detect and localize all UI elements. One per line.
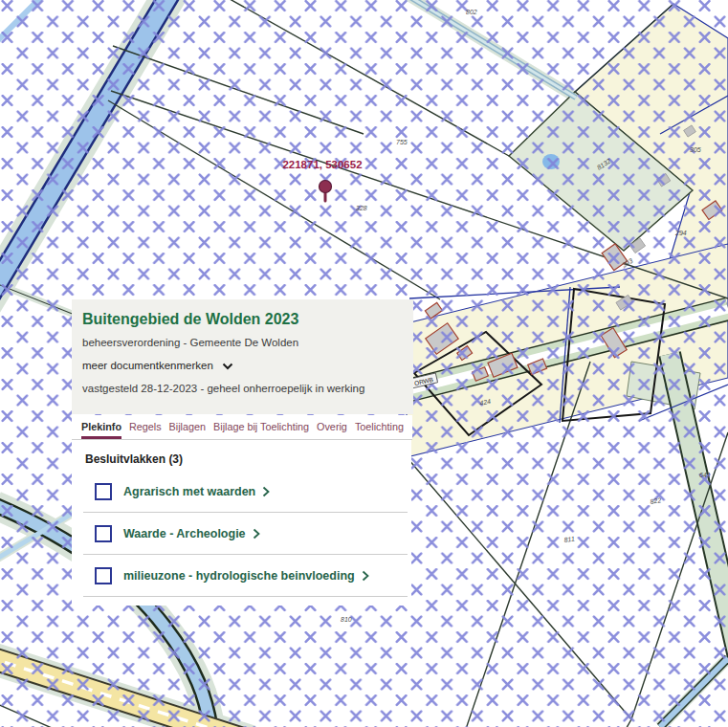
- list-item-agrarisch-met-waarden[interactable]: Agrarisch met waarden: [72, 471, 411, 512]
- map-viewer: 802 755 328 8132 305 294 393 424 641 822…: [0, 0, 728, 727]
- list-item-waarde-archeologie[interactable]: Waarde - Archeologie: [72, 513, 411, 554]
- list-item-label[interactable]: milieuzone - hydrologische beinvloeding: [123, 569, 355, 583]
- document-info-panel: Buitengebied de Wolden 2023 beheersveror…: [72, 299, 413, 414]
- chevron-down-icon: [222, 363, 233, 370]
- tab-bijlagen[interactable]: Bijlagen: [169, 415, 206, 439]
- parcel-label: 810: [341, 616, 352, 623]
- more-document-properties-toggle[interactable]: meer documentkenmerken: [82, 360, 233, 371]
- tab-bijlage-bij-toelichting[interactable]: Bijlage bij Toelichting: [213, 415, 309, 439]
- parcel-label: 328: [356, 205, 367, 211]
- more-document-properties-label: meer documentkenmerken: [82, 360, 213, 371]
- tab-toelichting[interactable]: Toelichting: [355, 415, 404, 439]
- parcel-label: 305: [690, 146, 701, 153]
- chevron-right-icon: [362, 570, 369, 582]
- parcel-label: 294: [674, 230, 687, 236]
- parcel-label: 641: [699, 472, 711, 478]
- section-title: Besluitvlakken (3): [72, 440, 411, 471]
- marker-pin-icon: [320, 181, 332, 193]
- list-item-milieuzone[interactable]: milieuzone - hydrologische beinvloeding: [72, 555, 411, 596]
- checkbox[interactable]: [95, 567, 112, 584]
- list-item-label[interactable]: Agrarisch met waarden: [123, 485, 255, 498]
- chevron-right-icon: [262, 486, 270, 497]
- document-status: vastgesteld 28-12-2023 - geheel onherroe…: [82, 383, 402, 394]
- document-title: Buitengebied de Wolden 2023: [82, 310, 402, 328]
- tab-regels[interactable]: Regels: [129, 415, 162, 439]
- list-item-label[interactable]: Waarde - Archeologie: [123, 527, 246, 540]
- plekinfo-panel: Besluitvlakken (3) Agrarisch met waarden…: [72, 440, 411, 606]
- parcel-label: 755: [396, 139, 408, 145]
- chevron-right-icon: [253, 528, 260, 540]
- parcel-label: 802: [466, 9, 477, 15]
- tab-bar: Plekinfo Regels Bijlagen Bijlage bij Toe…: [72, 415, 412, 440]
- checkbox[interactable]: [95, 483, 112, 500]
- checkbox[interactable]: [95, 525, 112, 542]
- document-type: beheersverordening - Gemeente De Wolden: [82, 337, 402, 348]
- divider: [83, 596, 408, 597]
- tab-plekinfo[interactable]: Plekinfo: [81, 415, 121, 439]
- coordinate-label: 221871, 530652: [282, 159, 362, 170]
- tab-overig[interactable]: Overig: [317, 415, 347, 439]
